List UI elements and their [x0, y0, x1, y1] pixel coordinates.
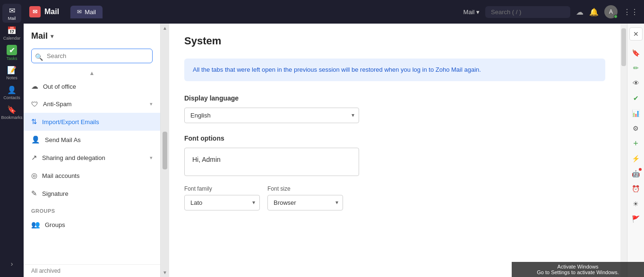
tab-mail-icon: ✉: [77, 8, 82, 15]
sidebar-item-anti-spam[interactable]: 🛡 Anti-Spam ▾: [24, 95, 160, 113]
tasks-nav-icon: ✔: [7, 45, 17, 55]
edit-icon-btn[interactable]: ✏: [629, 61, 643, 75]
grid-icon[interactable]: ⋮⋮: [623, 8, 638, 17]
settings-main: System All the tabs that were left open …: [169, 24, 620, 277]
settings-search-input[interactable]: [31, 49, 153, 63]
add-icon-btn[interactable]: +: [629, 137, 643, 150]
out-of-office-icon: ☁: [31, 82, 38, 91]
left-nav: ✉ Mail 📅 Calendar ✔ Tasks 📝 Notes 👤 Cont…: [0, 0, 24, 277]
send-mail-as-icon: 👤: [31, 135, 40, 144]
chevron-up-icon: ▲: [89, 70, 95, 76]
settings-nav: ▲ ☁ Out of office 🛡 Anti-Spam ▾ ⇅ Import…: [24, 69, 160, 264]
mail-nav-icon: ✉: [9, 6, 15, 15]
flag-icon-btn[interactable]: 🚩: [629, 212, 643, 226]
search-icon: 🔍: [35, 53, 43, 61]
font-preview-box: Hi, Admin: [184, 148, 359, 176]
sidebar-item-mail-accounts[interactable]: ◎ Mail accounts: [24, 167, 160, 185]
global-search-input[interactable]: [485, 6, 570, 18]
settings-sidebar: Mail ▾ 🔍 ▲ ☁ Out of office: [24, 24, 161, 277]
nav-item-mail[interactable]: ✉ Mail: [2, 4, 21, 23]
groups-section-label: GROUPS: [24, 202, 160, 216]
alarm-icon-btn[interactable]: ⏰: [629, 182, 643, 195]
contacts-nav-icon: 👤: [7, 85, 17, 94]
nav-item-bookmarks[interactable]: 🔖 Bookmarks: [2, 103, 21, 122]
scrollbar-thumb: [621, 28, 626, 66]
check-icon-btn[interactable]: ✔: [629, 92, 643, 105]
settings-header: Mail ▾: [24, 24, 160, 45]
tab-bar: ✉ Mail: [70, 6, 103, 18]
notes-nav-icon: 📝: [7, 66, 17, 75]
sidebar-scroll-up-icon[interactable]: ▲: [163, 25, 167, 31]
header-chevron-icon: ▾: [51, 33, 53, 40]
mail-accounts-icon: ◎: [31, 171, 37, 180]
font-family-select[interactable]: Lato Arial Times New Roman Georgia: [184, 195, 260, 210]
sidebar-item-send-mail-as[interactable]: 👤 Send Mail As: [24, 131, 160, 149]
font-family-col: Font family Lato Arial Times New Roman G…: [184, 185, 260, 210]
activate-windows-banner: Activate Windows Go to Settings to activ…: [512, 262, 644, 277]
font-size-select[interactable]: Browser Small Medium Large: [267, 195, 343, 210]
topbar: ✉ Mail ✉ Mail Mail ▾ ☁ 🔔 A ⋮⋮: [24, 0, 644, 24]
nav-expand-btn[interactable]: ›: [2, 254, 21, 273]
tab-mail[interactable]: ✉ Mail: [70, 6, 103, 18]
cloud-icon[interactable]: ☁: [576, 8, 584, 17]
scroll-up-btn[interactable]: ▲: [24, 69, 160, 77]
modal-outer: Mail ▾ 🔍 ▲ ☁ Out of office: [24, 24, 644, 277]
nav-item-notes[interactable]: 📝 Notes: [2, 63, 21, 82]
sidebar-item-sharing-delegation[interactable]: ↗ Sharing and delegation ▾: [24, 149, 160, 167]
bookmarks-nav-icon: 🔖: [7, 105, 17, 114]
settings-scrollbar: [620, 24, 627, 277]
close-button[interactable]: ✕: [629, 27, 643, 41]
sidebar-scroll-thumb: [163, 132, 167, 169]
right-icons-panel: ✕ 🔖 ✏ 👁 ✔ 📊 ⚙ + ⚡ 🤖 ⏰ ☀ 🚩: [627, 24, 644, 277]
bell-icon[interactable]: 🔔: [589, 8, 599, 17]
main-area: ✉ Mail ✉ Mail Mail ▾ ☁ 🔔 A ⋮⋮ Mail: [24, 0, 644, 277]
sidebar-item-signature[interactable]: ✎ Signature: [24, 185, 160, 202]
language-select-wrap: English French German Spanish Japanese ▾: [184, 108, 359, 123]
font-size-select-wrap: Browser Small Medium Large ▾: [267, 195, 343, 210]
nav-expand[interactable]: ›: [2, 254, 21, 277]
font-family-select-wrap: Lato Arial Times New Roman Georgia ▾: [184, 195, 260, 210]
topbar-right: Mail ▾ ☁ 🔔 A ⋮⋮: [464, 5, 638, 18]
content-area: Mail ▾ 🔍 ▲ ☁ Out of office: [24, 24, 644, 277]
sharing-icon: ↗: [31, 153, 37, 162]
anti-spam-icon: 🛡: [31, 100, 38, 108]
logo-icon: ✉: [29, 6, 41, 17]
font-row: Font family Lato Arial Times New Roman G…: [184, 185, 605, 210]
eye-icon-btn[interactable]: 👁: [629, 76, 643, 90]
groups-icon: 👥: [31, 220, 40, 229]
sidebar-item-groups[interactable]: 👥 Groups: [24, 216, 160, 234]
sidebar-scrollbar: ▲ ▼: [161, 24, 169, 277]
font-options-label: Font options: [184, 134, 605, 142]
import-export-icon: ⇅: [31, 118, 37, 126]
lightning-icon-btn[interactable]: ⚡: [629, 152, 643, 165]
bookmark-icon-btn[interactable]: 🔖: [629, 46, 643, 59]
chevron-right-icon: ›: [11, 260, 13, 268]
sidebar-item-out-of-office[interactable]: ☁ Out of office: [24, 77, 160, 95]
font-options-section: Font options Hi, Admin Font family Lato …: [184, 134, 605, 210]
sun-icon-btn[interactable]: ☀: [629, 197, 643, 210]
font-size-label: Font size: [267, 185, 343, 192]
calendar-nav-icon: 📅: [7, 26, 17, 35]
avatar-status-dot: [614, 15, 618, 18]
anti-spam-chevron-icon: ▾: [150, 101, 153, 107]
language-select[interactable]: English French German Spanish Japanese: [184, 108, 359, 123]
nav-item-calendar[interactable]: 📅 Calendar: [2, 24, 21, 42]
chart-icon-btn[interactable]: 📊: [629, 107, 643, 120]
topbar-mail-dropdown[interactable]: Mail ▾: [464, 8, 480, 16]
display-language-label: Display language: [184, 94, 605, 102]
robot-icon-btn[interactable]: 🤖: [629, 167, 643, 180]
signature-icon: ✎: [31, 189, 37, 198]
app-logo: ✉ Mail: [29, 6, 59, 17]
settings-search-wrap: 🔍: [24, 45, 160, 69]
sidebar-item-import-export[interactable]: ⇅ Import/Export Emails: [24, 113, 160, 131]
page-title: System: [184, 35, 605, 47]
font-size-col: Font size Browser Small Medium Large ▾: [267, 185, 343, 210]
user-avatar[interactable]: A: [604, 5, 618, 18]
nav-item-tasks[interactable]: ✔ Tasks: [2, 43, 21, 62]
font-family-label: Font family: [184, 185, 260, 192]
sidebar-bottom: All archived: [24, 264, 160, 277]
gear-icon-btn[interactable]: ⚙: [629, 122, 643, 135]
sidebar-scroll-down-icon[interactable]: ▼: [163, 270, 167, 275]
sharing-chevron-icon: ▾: [150, 155, 153, 161]
nav-item-contacts[interactable]: 👤 Contacts: [2, 83, 21, 102]
